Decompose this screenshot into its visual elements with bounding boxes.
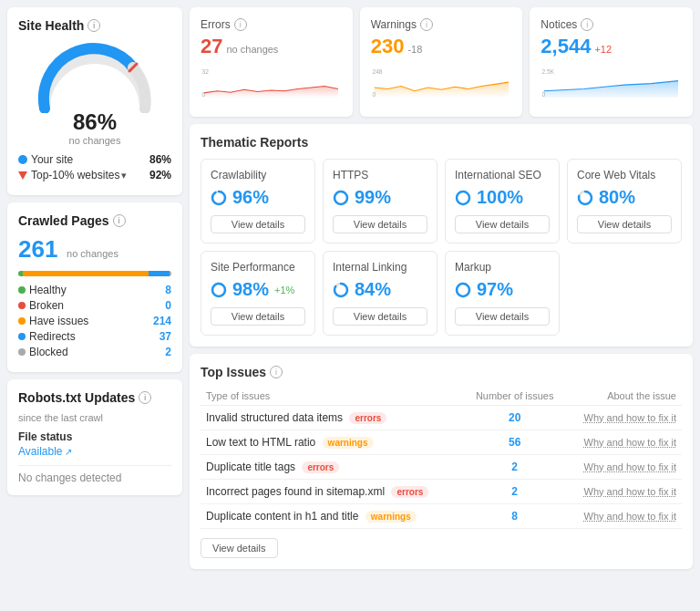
issue-fix-1: Why and how to fix it: [565, 406, 682, 430]
markup-circle-icon: [455, 282, 471, 298]
warnings-value-row: 230 -18: [371, 35, 512, 58]
crawled-pages-no-changes: no changes: [67, 248, 118, 259]
progress-blocked: [170, 271, 171, 276]
thematic-title: Thematic Reports: [201, 135, 682, 150]
issue-fix-2: Why and how to fix it: [565, 430, 682, 455]
fix-link-5[interactable]: Why and how to fix it: [584, 511, 677, 522]
table-row: Duplicate title tags errors 2 Why and ho…: [201, 455, 682, 480]
issue-text-5: Duplicate content in h1 and title: [206, 510, 358, 523]
robots-info-icon[interactable]: i: [139, 391, 151, 404]
issue-type-1: Invalid structured data items errors: [201, 406, 465, 430]
issue-fix-5: Why and how to fix it: [565, 504, 682, 529]
healthy-dot: [18, 286, 26, 294]
notices-change: +12: [594, 44, 612, 55]
fix-link-3[interactable]: Why and how to fix it: [584, 461, 677, 472]
svg-text:2.5K: 2.5K: [542, 68, 555, 75]
perf-change: +1%: [274, 285, 294, 295]
pages-progress-bar: [18, 271, 171, 276]
issues-title-row: Top Issues i: [201, 365, 682, 379]
svg-point-11: [212, 192, 225, 204]
top10-chevron[interactable]: ▾: [121, 170, 127, 181]
linking-name: Internal Linking: [333, 261, 427, 274]
linking-view-details[interactable]: View details: [333, 307, 427, 326]
intl-seo-name: International SEO: [455, 169, 550, 181]
blocked-dot: [18, 348, 26, 356]
issues-dot: [18, 317, 26, 325]
markup-view-details[interactable]: View details: [455, 307, 550, 326]
crawled-pages-number-row: 261 no changes: [18, 235, 171, 264]
svg-text:32: 32: [201, 68, 209, 75]
thematic-grid-top: Crawlability 96% View details HTTPS: [201, 159, 682, 243]
robots-title: Robots.txt Updates i: [18, 390, 171, 405]
healthy-count: 8: [165, 284, 171, 296]
notices-info-icon[interactable]: i: [581, 18, 593, 31]
notices-title: Notices i: [540, 18, 682, 31]
robots-subtitle: since the last crawl: [18, 412, 171, 423]
report-crawlability: Crawlability 96% View details: [201, 159, 315, 243]
available-link[interactable]: Available ↗: [18, 445, 171, 458]
cwv-view-details[interactable]: View details: [577, 215, 672, 233]
available-text: Available: [18, 445, 62, 458]
your-site-label: Your site: [31, 153, 73, 166]
svg-text:248: 248: [372, 68, 382, 75]
broken-dot: [18, 302, 26, 309]
thematic-grid-bottom: Site Performance 98% +1% View details In…: [201, 251, 682, 336]
table-row: Incorrect pages found in sitemap.xml err…: [201, 480, 682, 504]
notices-value: 2,544: [540, 35, 591, 58]
errors-metric-card: Errors i 27 no changes 3: [190, 7, 353, 117]
svg-marker-1: [204, 87, 338, 98]
issue-badge-1: errors: [349, 412, 386, 424]
warnings-info-icon[interactable]: i: [420, 18, 433, 31]
errors-value-row: 27 no changes: [201, 35, 342, 58]
broken-label: Broken: [29, 299, 64, 312]
linking-score-row: 84%: [333, 279, 427, 300]
https-view-details[interactable]: View details: [333, 215, 427, 233]
warnings-label: Warnings: [371, 18, 417, 31]
site-health-title: Site Health i: [18, 18, 171, 33]
issue-count-1: 20: [465, 406, 565, 430]
issue-text-3: Duplicate title tags: [206, 461, 295, 473]
empty-report-slot: [567, 251, 682, 336]
issue-type-3: Duplicate title tags errors: [201, 455, 465, 480]
report-site-performance: Site Performance 98% +1% View details: [201, 251, 315, 336]
issue-text-1: Invalid structured data items: [206, 411, 343, 424]
pages-healthy: Healthy 8: [18, 284, 171, 296]
svg-marker-7: [544, 81, 678, 98]
perf-view-details[interactable]: View details: [211, 307, 305, 326]
issue-count-5: 8: [465, 504, 565, 529]
fix-link-4[interactable]: Why and how to fix it: [584, 486, 677, 497]
pages-redirects: Redirects 37: [18, 330, 171, 343]
table-row: Duplicate content in h1 and title warnin…: [201, 504, 682, 529]
fix-link-2[interactable]: Why and how to fix it: [584, 437, 677, 448]
robots-no-changes: No changes detected: [18, 471, 171, 484]
warnings-value: 230: [371, 35, 405, 58]
pages-blocked: Blocked 2: [18, 346, 171, 358]
pages-list: Healthy 8 Broken 0 Have issues: [18, 284, 171, 358]
crawlability-score: 96%: [232, 187, 269, 208]
notices-sparkline: 2.5K 0: [540, 62, 682, 103]
intl-seo-view-details[interactable]: View details: [455, 215, 550, 233]
issue-badge-5: warnings: [365, 511, 417, 523]
blocked-count: 2: [165, 346, 171, 358]
errors-info-icon[interactable]: i: [234, 18, 247, 31]
fix-link-1[interactable]: Why and how to fix it: [584, 412, 677, 423]
warnings-title: Warnings i: [371, 18, 512, 31]
issues-count: 214: [153, 315, 171, 327]
top10-triangle: [18, 171, 27, 180]
issues-view-details-button[interactable]: View details: [201, 538, 278, 558]
perf-circle-icon: [211, 282, 227, 298]
table-row: Low text to HTML ratio warnings 56 Why a…: [201, 430, 682, 455]
site-health-info-icon[interactable]: i: [88, 19, 100, 32]
crawlability-view-details[interactable]: View details: [211, 215, 305, 233]
issue-type-2: Low text to HTML ratio warnings: [201, 430, 465, 455]
intl-seo-score: 100%: [477, 187, 523, 208]
linking-score: 84%: [355, 279, 391, 300]
issue-badge-4: errors: [391, 486, 428, 498]
crawled-pages-label: Crawled Pages: [18, 213, 109, 228]
markup-score: 97%: [477, 279, 513, 300]
healthy-label: Healthy: [29, 284, 67, 296]
issues-info-icon[interactable]: i: [270, 366, 283, 378]
crawled-pages-info-icon[interactable]: i: [113, 214, 126, 227]
file-status-label: File status: [18, 430, 171, 443]
markup-score-row: 97%: [455, 279, 550, 300]
